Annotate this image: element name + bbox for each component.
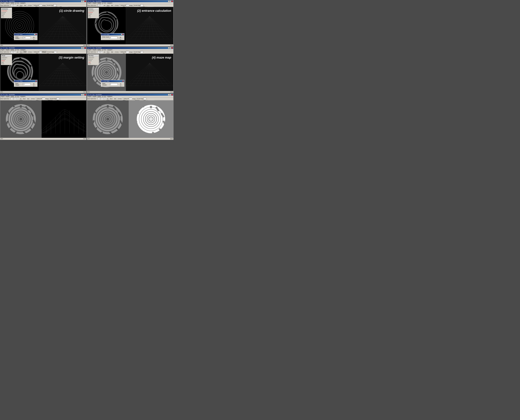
menu-item-3[interactable]: 항목(I) [10,49,14,51]
menu-help-6[interactable]: 도움말(H) [107,96,112,98]
menu-item-4[interactable]: 항목(I) [97,49,101,51]
init-btn-4[interactable]: Init [103,51,106,53]
menu-view-5[interactable]: 보기(V) [15,96,19,98]
close-btn-1[interactable]: ✕ [84,0,86,2]
menu-edit-4[interactable]: 편집(E) [92,49,97,51]
close-btn-4[interactable]: ✕ [171,47,173,49]
menu-file-6[interactable]: 파일(F) [88,96,92,98]
wall-btn-3[interactable]: Wall [23,51,27,53]
menu-edit-6[interactable]: 편집(E) [92,96,97,98]
menu-file-2[interactable]: 파일(F) [88,2,92,4]
menu-help-5[interactable]: 도움말(H) [20,96,25,98]
margin-btn-2[interactable]: Margin [129,4,133,6]
menu-view-4[interactable]: 보기(V) [102,49,106,51]
close-btn-5[interactable]: ✕ [84,94,86,96]
maximize-btn-5[interactable]: □ [83,94,84,96]
menu-item-1[interactable]: 항목(I) [10,2,14,4]
dialog-close-1[interactable]: ✕ [35,34,37,35]
dialog-ok-3[interactable]: 확인 [31,83,36,86]
size-input-5b[interactable] [13,98,19,100]
points-btn-5[interactable]: 4-Points [30,98,35,100]
dialog-close-4[interactable]: ✕ [122,81,124,82]
size-input-2b[interactable] [100,4,103,6]
margin-input-2[interactable] [126,4,129,6]
menu-edit-5[interactable]: 편집(E) [6,96,10,98]
menu-file-1[interactable]: 파일(F) [0,2,5,4]
menu-help-2[interactable]: 도움말(H) [107,2,112,4]
close-btn-3[interactable]: ✕ [84,47,86,49]
init-btn-5[interactable]: Init [19,98,22,100]
maze-btn-2[interactable]: Maze [106,4,110,6]
smooth-input-6[interactable] [143,98,146,100]
menu-edit-3[interactable]: 편집(E) [6,49,10,51]
margin-input-3[interactable] [39,51,42,53]
menu-item-2[interactable]: 항목(I) [97,2,101,4]
menu-view-3[interactable]: 보기(V) [15,49,19,51]
init-btn-1[interactable]: Init [16,4,19,6]
points-btn-2[interactable]: 4-Points [114,4,119,6]
init-btn-2[interactable]: Init [103,4,106,6]
dialog-close-3[interactable]: ✕ [35,81,37,82]
maze-btn-4[interactable]: Maze [106,51,110,53]
dialog-min-2[interactable]: _ [121,34,122,35]
smooth-input-3[interactable] [54,51,56,53]
size-input-6a[interactable] [97,98,100,100]
dialog-close-2[interactable]: ✕ [122,34,124,35]
dialog-field-input-3[interactable] [23,83,30,85]
margin-btn-3[interactable]: Margin [42,51,47,53]
wall-btn-6[interactable]: Wall [113,98,117,100]
dialog-min-1[interactable]: _ [34,34,35,35]
smooth-input-5[interactable] [57,98,59,100]
maze-btn-3[interactable]: Maze [19,51,23,53]
wall-btn-1[interactable]: Wall [23,4,27,6]
wall-btn-5[interactable]: Wall [26,98,30,100]
menu-help-4[interactable]: 도움말(H) [107,49,112,51]
dialog-field-input-4[interactable] [110,83,118,85]
menu-edit-1[interactable]: 편집(E) [6,2,10,4]
menu-item-6[interactable]: 항목(I) [97,96,101,98]
margin-input-5[interactable] [42,98,45,100]
margin-btn-4[interactable]: Margin [129,51,133,53]
menu-file-4[interactable]: 파일(F) [88,49,92,51]
wall-btn-2[interactable]: Wall [110,4,113,6]
points-btn-3[interactable]: 4-Points [27,51,32,53]
size-input-6b[interactable] [100,98,106,100]
size-input-2a[interactable] [97,4,100,6]
smooth-input-4[interactable] [141,51,143,53]
init-btn-6[interactable]: Init [106,98,109,100]
maximize-btn-1[interactable]: □ [83,0,84,2]
menu-help-1[interactable]: 도움말(H) [20,2,25,4]
size-input-5a[interactable] [11,98,13,100]
size-input-3b[interactable] [13,51,16,53]
maximize-btn-3[interactable]: □ [83,47,84,49]
menu-file-3[interactable]: 파일(F) [0,49,5,51]
points-btn-4[interactable]: 4-Points [114,51,119,53]
dialog-field-input-2[interactable] [110,37,117,39]
maze-btn-1[interactable]: Maze [19,4,23,6]
menu-edit-2[interactable]: 편집(E) [92,2,97,4]
maximize-btn-2[interactable]: □ [170,0,171,2]
minimize-btn-4[interactable]: _ [168,47,170,49]
size-input-4b[interactable] [100,51,103,53]
menu-view-6[interactable]: 보기(V) [102,96,106,98]
close-btn-6[interactable]: ✕ [171,94,173,96]
size-input-4a[interactable] [97,51,100,53]
menu-view-2[interactable]: 보기(V) [102,2,106,4]
smooth-input-1[interactable] [53,4,56,6]
points-btn-1[interactable]: 4-Points [27,4,32,6]
minimize-btn-5[interactable]: _ [81,94,83,96]
minimize-btn-2[interactable]: _ [168,0,170,2]
dialog-ok-1[interactable]: 확인 [31,36,36,39]
init-btn-3[interactable]: Init [16,51,19,53]
size-input-1a[interactable] [11,4,13,6]
points-btn-6[interactable]: 4-Points [117,98,122,100]
margin-btn-1[interactable]: Margin [42,4,46,6]
wall-btn-4[interactable]: Wall [110,51,113,53]
menu-file-5[interactable]: 파일(F) [0,96,5,98]
maximize-btn-4[interactable]: □ [170,47,171,49]
minimize-btn-1[interactable]: _ [81,0,83,2]
size-input-1b[interactable] [13,4,16,6]
maze-btn-6[interactable]: Maze [109,98,113,100]
margin-input-6[interactable] [129,98,132,100]
dialog-ok-2[interactable]: 확인 [118,36,123,39]
